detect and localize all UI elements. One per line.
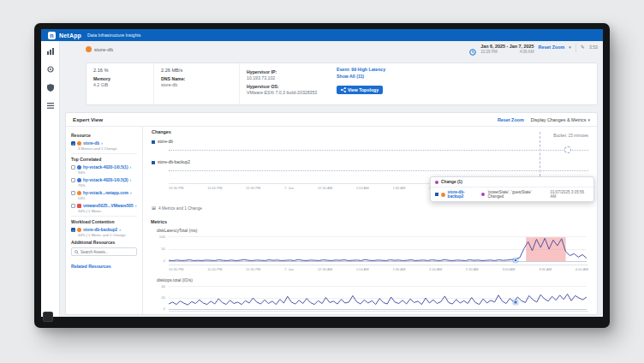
workload-checkbox[interactable]: ✓: [71, 228, 75, 232]
page-header-row: store-db Jan 6, 2025 - Jan 7, 2025 10:29…: [86, 44, 598, 61]
host-icon: [77, 165, 81, 170]
menu-icon[interactable]: [47, 103, 54, 109]
vm-icon: [77, 141, 81, 146]
event-link[interactable]: Event: 99 High Latency: [337, 67, 405, 72]
expand-icon: ⊞: [152, 205, 156, 211]
changes-section-label: Changes: [152, 129, 171, 134]
related-resources-button[interactable]: Related Resources: [71, 264, 111, 269]
change-timestamp: 01/07/2025 3:05:56 AM: [551, 190, 589, 199]
correlated-link[interactable]: hy-vstack-4020-1/0.5(1): [83, 165, 128, 170]
summary-col-hypervisor: Hypervisor IP: 10.193.73.102 Hypervisor …: [239, 63, 330, 104]
disk-latency-x-axis: 10:30 PM11:00 PM11:30 PM7. Jan12:30 AM1:…: [169, 265, 588, 271]
x-axis-tick: 11:00 PM: [207, 186, 222, 190]
correlated-subtext: 94%: [78, 170, 137, 175]
asset-name: store-db: [94, 47, 113, 52]
bucket-info: Bucket: 15 minutes: [553, 134, 588, 138]
change-popover-header: Change (1): [431, 177, 593, 187]
chevron-down-icon: ▾: [587, 117, 590, 122]
x-axis-tick: 1:30 AM: [392, 267, 405, 271]
resource-checkbox[interactable]: ✓: [71, 141, 75, 146]
selection-dashed-line: [540, 132, 540, 181]
edit-pencil-icon[interactable]: ✎: [581, 44, 585, 51]
hypervisor-ip-value: 10.193.73.102: [247, 75, 323, 80]
desktop-background: n NetApp Data Infrastructure Insights: [0, 0, 644, 363]
chevron-down-icon[interactable]: ▾: [569, 45, 571, 50]
x-axis-tick: 12:30 AM: [318, 313, 332, 314]
asset-title: store-db: [86, 46, 113, 52]
correlated-checkbox[interactable]: [71, 204, 75, 208]
clock-icon[interactable]: [469, 44, 476, 59]
x-axis-tick: 11:00 PM: [207, 267, 222, 271]
divider: [575, 44, 576, 52]
chevron-right-icon: ›: [130, 190, 132, 195]
legend-swatch: [152, 161, 155, 164]
end-time: 4:06 AM: [520, 50, 534, 54]
resource-link[interactable]: store-db: [83, 141, 99, 146]
correlated-subtext: 54%: [78, 196, 137, 200]
pending-change-marker[interactable]: [564, 146, 571, 153]
divider: [71, 153, 137, 154]
x-axis-tick: 10:30 PM: [169, 267, 184, 271]
view-topology-button[interactable]: View Topology: [337, 86, 383, 94]
main-content: store-db Jan 6, 2025 - Jan 7, 2025 10:29…: [60, 41, 603, 317]
vm-icon: [77, 228, 81, 232]
expert-chart-panel: Changes Bucket: 15 minutes store-db stor…: [143, 127, 597, 314]
divider: [71, 216, 137, 217]
disk-latency-chart: 100 50 0: [169, 236, 587, 262]
summary-col-dns: 2.26 MB/s DNS Name: store-db: [153, 63, 239, 104]
dashboard-icon[interactable]: [47, 48, 54, 55]
chevron-right-icon: ›: [130, 177, 132, 182]
disk-iops-chart: 40 20 0: [169, 286, 587, 310]
workload-item: ✓ store-db-backup2 ›: [71, 227, 137, 232]
chart-change-marker[interactable]: [513, 259, 517, 263]
product-name: Data Infrastructure Insights: [87, 33, 140, 38]
asset-summary-card: 2.16 % Memory 4.2 GiB 2.26 MB/s DNS Name…: [86, 62, 598, 105]
expert-view-title: Expert View: [73, 116, 103, 122]
chart-title-disk-iops: diskiops.total (IO/s): [157, 278, 193, 283]
app-header: n NetApp Data Infrastructure Insights: [41, 29, 603, 41]
summary-col-cpu: 2.16 % Memory 4.2 GiB: [86, 63, 153, 104]
hidden-metrics-toggle[interactable]: ⊞ 4 Metrics and 1 Change: [152, 205, 202, 211]
change-resource-link[interactable]: store-db-backup2: [448, 190, 480, 199]
x-axis-tick: 3:00 AM: [502, 267, 515, 271]
security-shield-icon[interactable]: [47, 84, 54, 92]
display-menu-dropdown[interactable]: Display Changes & Metrics ▾: [531, 116, 590, 122]
chart-change-marker[interactable]: [513, 300, 517, 304]
brand-name: NetApp: [59, 33, 81, 39]
correlated-checkbox[interactable]: [71, 191, 75, 195]
correlated-link[interactable]: hy-vstack-4020-1/0.5(3): [83, 178, 128, 182]
date-range-text: Jan 6, 2025 - Jan 7, 2025: [480, 44, 534, 49]
x-axis-tick: 12:30 AM: [318, 186, 332, 190]
chevron-right-icon: ›: [135, 203, 137, 208]
expert-reset-zoom-link[interactable]: Reset Zoom: [498, 117, 524, 122]
throughput-value: 2.26 MB/s: [161, 68, 232, 73]
expert-view-body: Resource ✓ store-db › 3 Metrics and 1 Ch…: [66, 127, 597, 314]
vm-icon: [441, 193, 445, 197]
correlated-item: hy-vstack...netapp.com ›: [71, 190, 137, 195]
search-assets-input[interactable]: [80, 250, 132, 254]
start-time: 10:29 PM: [480, 50, 498, 54]
workload-link[interactable]: store-db-backup2: [83, 228, 117, 232]
correlated-checkbox[interactable]: [71, 165, 75, 170]
time-range-control[interactable]: Jan 6, 2025 - Jan 7, 2025 10:29 PM 4:06 …: [469, 44, 598, 59]
memory-label: Memory: [93, 76, 146, 81]
dns-value: store-db: [161, 82, 232, 87]
correlated-link[interactable]: hy-vstack...netapp.com: [83, 191, 128, 195]
correlated-item: hy-vstack-4020-1/0.5(3) ›: [71, 177, 137, 182]
correlated-checkbox[interactable]: [71, 178, 75, 182]
reset-zoom-link[interactable]: Reset Zoom: [538, 45, 564, 50]
disk-iops-x-axis: 10:30 PM11:00 PM11:30 PM7. Jan12:30 AM1:…: [169, 311, 588, 314]
correlated-link[interactable]: vmware5025...VMware505: [83, 204, 134, 208]
resource-item: ✓ store-db ›: [71, 140, 137, 146]
dns-label: DNS Name:: [161, 76, 232, 81]
x-axis-tick: 1:30 AM: [392, 186, 405, 190]
show-all-link[interactable]: Show All (11): [337, 74, 405, 79]
cpu-value: 2.16 %: [93, 68, 146, 73]
change-track-store-db: [169, 150, 588, 151]
legend-swatch: [435, 193, 438, 196]
observability-icon[interactable]: [47, 66, 54, 73]
topology-share-icon: [341, 87, 346, 92]
x-axis-tick: 1:00 AM: [356, 186, 369, 190]
expert-view-card: Expert View Reset Zoom Display Changes &…: [65, 112, 598, 315]
metrics-section-label: Metrics: [151, 219, 167, 224]
